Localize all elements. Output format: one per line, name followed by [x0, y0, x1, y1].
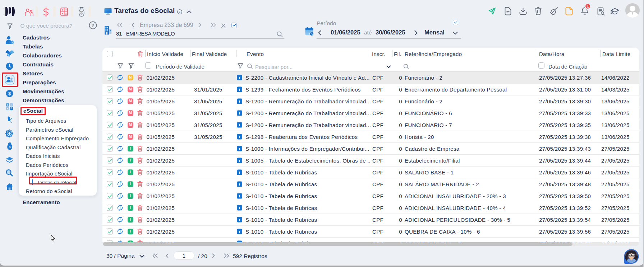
svg-text:$: $	[8, 91, 11, 96]
svg-text:$: $	[9, 146, 11, 149]
svg-text:$: $	[81, 11, 83, 15]
svg-text:?: ?	[92, 23, 95, 28]
svg-text:i: i	[179, 10, 180, 14]
